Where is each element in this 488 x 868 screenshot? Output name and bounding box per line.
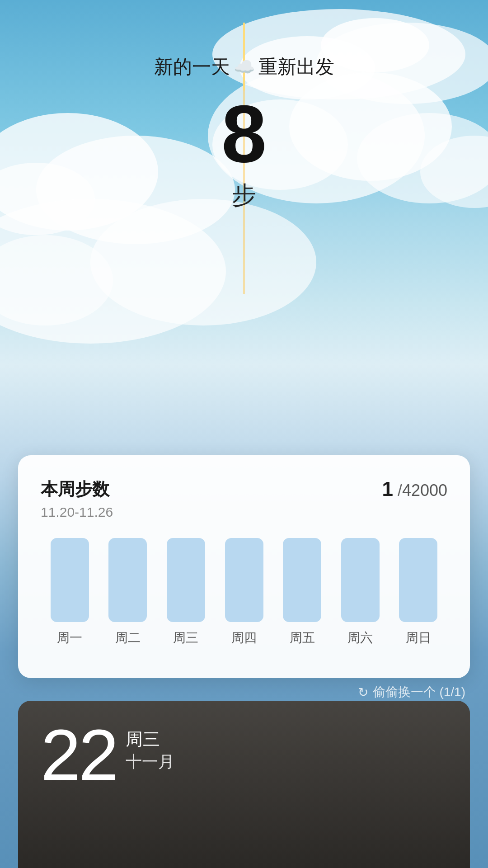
bar-item: 周五 (273, 538, 331, 646)
bar-fill (399, 538, 437, 622)
date-weekday: 周三 (126, 728, 174, 751)
steps-current: 1 (382, 478, 393, 500)
bar-label: 周五 (290, 629, 315, 646)
bottom-date-card[interactable]: 22 周三 十一月 (18, 701, 470, 868)
refresh-hint[interactable]: ↻ 偷偷换一个 (1/1) (358, 684, 465, 701)
date-info: 周三 十一月 (126, 719, 174, 773)
card-date: 11.20-11.26 (41, 505, 447, 520)
card-total: 1 /42000 (382, 478, 447, 500)
bar-label: 周二 (115, 629, 141, 646)
bar-label: 周六 (347, 629, 373, 646)
bars-container: 周一周二周三周四周五周六周日 (41, 538, 447, 646)
card-header: 本周步数 1 /42000 (41, 478, 447, 501)
bar-label: 周一 (57, 629, 82, 646)
date-month: 十一月 (126, 751, 174, 773)
bar-fill (283, 538, 321, 622)
motto-text: 新的一天 ☁️ 重新出发 (154, 54, 334, 80)
refresh-label: 偷偷换一个 (1/1) (373, 684, 465, 701)
bar-fill (225, 538, 263, 622)
bar-item: 周日 (389, 538, 447, 646)
steps-card-section: 本周步数 1 /42000 11.20-11.26 周一周二周三周四周五周六周日 (18, 455, 470, 678)
steps-card[interactable]: 本周步数 1 /42000 11.20-11.26 周一周二周三周四周五周六周日 (18, 455, 470, 678)
refresh-icon: ↻ (358, 685, 368, 700)
step-unit-label: 步 (232, 179, 256, 212)
bar-fill (108, 538, 147, 622)
motto-suffix: 重新出发 (258, 54, 334, 80)
steps-max: 42000 (402, 481, 447, 500)
bar-item: 周二 (99, 538, 157, 646)
date-number: 22 (41, 719, 117, 791)
bar-fill (341, 538, 380, 622)
steps-divider: / (393, 481, 402, 500)
cloud-icon: ☁️ (234, 57, 255, 77)
bar-item: 周一 (41, 538, 99, 646)
bar-item: 周三 (157, 538, 215, 646)
bar-label: 周四 (231, 629, 257, 646)
motto-main: 新的一天 (154, 54, 230, 80)
bar-item: 周六 (331, 538, 389, 646)
card-title: 本周步数 (41, 478, 109, 501)
bar-label: 周日 (406, 629, 431, 646)
bar-fill (51, 538, 89, 622)
step-count-display: 8 (221, 93, 267, 175)
bar-item: 周四 (215, 538, 273, 646)
bottom-card-content: 22 周三 十一月 (18, 701, 470, 809)
bar-fill (167, 538, 205, 622)
bar-label: 周三 (173, 629, 198, 646)
top-section: 新的一天 ☁️ 重新出发 8 步 (154, 0, 334, 230)
